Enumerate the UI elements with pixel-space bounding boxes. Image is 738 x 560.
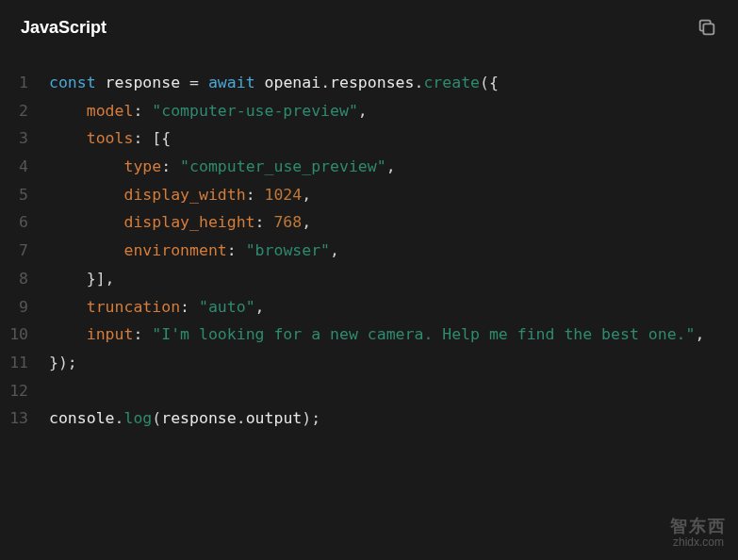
line-number: 10: [9, 321, 49, 349]
line-content: environment: "browser",: [49, 237, 339, 265]
code-line: 12: [9, 377, 729, 405]
code-line: 11});: [9, 349, 729, 377]
code-line: 7 environment: "browser",: [9, 237, 729, 265]
line-content: input: "I'm looking for a new camera. He…: [49, 321, 704, 349]
svg-rect-0: [703, 24, 713, 34]
line-content: const response = await openai.responses.…: [49, 69, 499, 97]
code-line: 13console.log(response.output);: [9, 404, 729, 433]
copy-icon[interactable]: [697, 17, 717, 38]
line-number: 1: [9, 69, 49, 97]
line-number: 11: [9, 349, 49, 377]
line-content: truncation: "auto",: [49, 293, 265, 321]
line-number: 5: [9, 181, 49, 209]
line-number: 6: [9, 208, 49, 237]
watermark: 智东西 zhidx.com: [670, 518, 727, 549]
code-line: 3 tools: [{: [9, 124, 729, 153]
line-content: model: "computer-use-preview",: [49, 97, 368, 125]
line-number: 12: [9, 377, 49, 405]
code-line: 4 type: "computer_use_preview",: [9, 153, 729, 181]
line-content: tools: [{: [49, 124, 171, 153]
code-line: 9 truncation: "auto",: [9, 293, 729, 321]
line-content: });: [49, 349, 77, 377]
code-line: 8 }],: [9, 265, 729, 293]
language-label: JavaScript: [21, 18, 107, 38]
line-number: 13: [9, 404, 49, 433]
line-content: console.log(response.output);: [49, 404, 320, 433]
line-number: 8: [9, 265, 49, 293]
line-content: }],: [49, 265, 115, 293]
line-number: 9: [9, 293, 49, 321]
code-line: 6 display_height: 768,: [9, 208, 729, 237]
line-content: display_height: 768,: [49, 208, 311, 237]
code-line: 10 input: "I'm looking for a new camera.…: [9, 321, 729, 349]
code-line: 5 display_width: 1024,: [9, 181, 729, 209]
line-content: type: "computer_use_preview",: [49, 153, 396, 181]
line-content: display_width: 1024,: [49, 181, 311, 209]
line-number: 4: [9, 153, 49, 181]
line-number: 7: [9, 237, 49, 265]
line-number: 2: [9, 97, 49, 125]
code-line: 1const response = await openai.responses…: [9, 69, 729, 97]
code-block-body: 1const response = await openai.responses…: [0, 55, 738, 452]
line-number: 3: [9, 124, 49, 153]
code-block-header: JavaScript: [0, 0, 738, 55]
code-line: 2 model: "computer-use-preview",: [9, 97, 729, 125]
